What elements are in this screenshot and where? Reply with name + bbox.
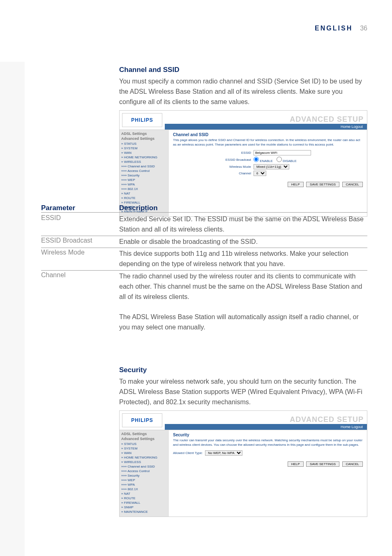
nav-item[interactable]: »»» 802.1X — [121, 487, 167, 491]
philips-logo: PHILIPS — [122, 413, 162, 427]
broadcast-enable-text: ENABLE — [260, 159, 273, 163]
nav-item[interactable]: »»» Channel and SSID — [121, 464, 167, 469]
screenshot-security: PHILIPS ADVANCED SETUP Home Logout ADSL … — [119, 410, 367, 517]
nav-item[interactable]: »»» WEP — [121, 178, 167, 182]
content-description: The router can transmit your data secure… — [173, 438, 363, 447]
nav-item[interactable]: » SYSTEM — [121, 446, 167, 451]
nav-heading-adsl: ADSL Settings — [121, 132, 167, 136]
nav-item[interactable]: »»» Access Control — [121, 469, 167, 473]
sidebar-nav: ADSL Settings Advanced Settings » STATUS… — [120, 430, 169, 517]
broadcast-disable-text: DISABLE — [283, 159, 297, 163]
broadcast-disable-radio[interactable] — [277, 157, 282, 162]
content-title: Channel and SSID — [173, 132, 363, 137]
top-links[interactable]: Home Logout — [165, 424, 367, 430]
philips-logo: PHILIPS — [122, 113, 162, 127]
nav-item[interactable]: » STATUS — [121, 141, 167, 146]
nav-heading-advanced: Advanced Settings — [121, 137, 167, 141]
advanced-setup-label: ADVANCED SETUP — [290, 415, 367, 424]
nav-item[interactable]: »»» WEP — [121, 478, 167, 482]
param-desc: The radio channel used by the wireless r… — [119, 273, 362, 300]
nav-item[interactable]: » WAN — [121, 451, 167, 455]
param-channel-extra: The ADSL Wireless Base Station will auto… — [119, 313, 359, 331]
section-channel-para: You must specify a common radio channel … — [119, 76, 367, 107]
page-left-band — [0, 62, 25, 556]
nav-item[interactable]: » NAT — [121, 191, 167, 196]
nav-item[interactable]: »»» Security — [121, 473, 167, 478]
sidebar-nav: ADSL Settings Advanced Settings » STATUS… — [120, 130, 169, 216]
save-settings-button[interactable]: SAVE SETTINGS — [306, 461, 339, 467]
nav-item[interactable]: » STATUS — [121, 442, 167, 446]
top-links[interactable]: Home Logout — [165, 124, 367, 130]
nav-item[interactable]: »»» Access Control — [121, 169, 167, 173]
page-header: ENGLISH 36 — [25, 25, 367, 32]
broadcast-enable-radio[interactable] — [254, 157, 259, 162]
nav-heading-advanced: Advanced Settings — [121, 437, 167, 441]
page-number: 36 — [360, 25, 367, 32]
content-title: Security — [173, 433, 363, 437]
help-button[interactable]: HELP — [288, 182, 304, 187]
nav-heading-adsl: ADSL Settings — [121, 432, 167, 436]
param-desc: This device supports both 11g and 11b wi… — [119, 249, 367, 269]
channel-label: Channel — [173, 171, 251, 175]
param-name: Wireless Mode — [41, 249, 119, 269]
mode-select[interactable]: Mixed (11b+11g) — [254, 164, 289, 169]
param-desc: Extended Service Set ID. The ESSID must … — [119, 214, 367, 235]
parameter-table: Parameter Description ESSID Extended Ser… — [41, 204, 367, 334]
nav-item[interactable]: » SNMP — [121, 505, 167, 510]
param-header-description: Description — [119, 204, 367, 212]
param-name: Channel — [41, 271, 119, 333]
client-type-select[interactable]: No WEP, No WPA — [205, 450, 242, 456]
mode-label: Wireless Mode — [173, 165, 251, 169]
save-settings-button[interactable]: SAVE SETTINGS — [306, 182, 339, 187]
essid-label: ESSID — [173, 151, 251, 155]
nav-item[interactable]: » FIREWALL — [121, 500, 167, 505]
client-type-label: Allowed Client Type: — [173, 451, 203, 455]
nav-item[interactable]: » HOME NETWORKING — [121, 455, 167, 460]
nav-item[interactable]: » MAINTENANCE — [121, 510, 167, 514]
language-label: ENGLISH — [315, 25, 353, 32]
screenshot-channel-ssid: PHILIPS ADVANCED SETUP Home Logout ADSL … — [119, 110, 367, 217]
nav-item[interactable]: » ROUTE — [121, 496, 167, 500]
advanced-setup-label: ADVANCED SETUP — [290, 115, 367, 124]
nav-item[interactable]: » SYSTEM — [121, 146, 167, 151]
param-name: ESSID Broadcast — [41, 237, 119, 247]
nav-item[interactable]: » NAT — [121, 491, 167, 496]
cancel-button[interactable]: CANCEL — [342, 182, 363, 187]
nav-item[interactable]: » WIRELESS — [121, 160, 167, 164]
channel-select[interactable]: 6 — [254, 171, 266, 176]
nav-item[interactable]: »»» WPA — [121, 482, 167, 487]
nav-item[interactable]: »»» 802.1X — [121, 187, 167, 191]
content-description: This page allows you to define SSID and … — [173, 138, 363, 147]
section-security-title: Security — [119, 366, 367, 374]
nav-item[interactable]: » HOME NETWORKING — [121, 155, 167, 160]
param-header-parameter: Parameter — [41, 204, 119, 212]
broadcast-label: ESSID Broadcast — [173, 158, 251, 162]
param-desc: Enable or disable the broadcasting of th… — [119, 237, 367, 247]
nav-item[interactable]: »»» Channel and SSID — [121, 164, 167, 169]
nav-item[interactable]: » WIRELESS — [121, 460, 167, 464]
cancel-button[interactable]: CANCEL — [342, 461, 363, 467]
param-name: ESSID — [41, 214, 119, 235]
nav-item[interactable]: » ROUTE — [121, 196, 167, 200]
section-channel-title: Channel and SSID — [119, 66, 367, 74]
essid-input[interactable] — [254, 150, 311, 155]
nav-item[interactable]: »»» Security — [121, 173, 167, 178]
nav-item[interactable]: »»» WPA — [121, 182, 167, 187]
nav-item[interactable]: » WAN — [121, 151, 167, 155]
section-security-para: To make your wireless network safe, you … — [119, 377, 367, 407]
help-button[interactable]: HELP — [288, 461, 304, 467]
